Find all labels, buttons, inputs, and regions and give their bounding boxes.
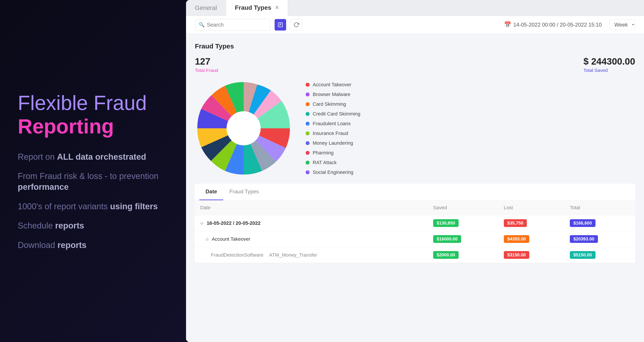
total-fraud-stat: 127 Total Fraud <box>195 56 218 73</box>
legend-label-6: Money Laundering <box>313 140 353 146</box>
row-saved-cell: $130,850 <box>428 215 498 231</box>
row-saved-badge: $130,850 <box>433 219 459 227</box>
legend-dot-9 <box>306 170 310 174</box>
date-range-text: 14-05-2022 00:00 / 20-05-2022 15:10 <box>513 22 602 28</box>
hero-bullets: Report on ALL data orchestrated From Fra… <box>18 152 168 251</box>
legend-dot-2 <box>306 102 310 106</box>
subrow-total-cell: $20393.00 <box>564 231 635 247</box>
legend-dot-5 <box>306 131 310 135</box>
bullet-2: From Fraud risk & loss - to prevention p… <box>18 171 168 193</box>
total-fraud-value: 127 <box>195 56 218 67</box>
row-date-value: 16-05-2022 / 20-05-2022 <box>206 220 260 226</box>
bullet-4: Schedule reports <box>18 220 168 231</box>
row-date-cell: ⊖ 16-05-2022 / 20-05-2022 <box>195 215 428 231</box>
bullet-5: Download reports <box>18 240 168 251</box>
legend-dot-3 <box>306 112 310 116</box>
right-panel: General Fraud Types ✕ 🔍 📅 <box>186 0 644 342</box>
hero-title-bold: Reporting <box>18 115 114 138</box>
legend-label-1: Browser Malware <box>313 92 350 97</box>
item-col2: ATM_Money_Transfer <box>269 252 317 258</box>
item-lost-cell: $3150.00 <box>498 247 565 263</box>
legend-dot-7 <box>306 151 310 155</box>
svg-point-4 <box>226 111 261 145</box>
subrow-total-badge: $20393.00 <box>570 235 598 243</box>
tab-close-icon[interactable]: ✕ <box>275 5 279 11</box>
row-lost-cell: $35,750 <box>498 215 565 231</box>
data-table: Date Saved Lost Total ⊖ 16-05-2022 / 20-… <box>195 200 635 263</box>
total-fraud-label: Total Fraud <box>195 68 218 73</box>
item-lost-badge: $3150.00 <box>504 251 529 259</box>
subrow-label-cell: ⊖ Account Takeover <box>195 231 428 247</box>
legend-label-0: Account Takeover <box>313 82 351 88</box>
table-section: Date Fraud Types Date Saved Lost Total <box>195 184 635 263</box>
stats-row: 127 Total Fraud $ 244300.00 Total Saved <box>195 56 635 73</box>
row-total-badge: $166,600 <box>570 219 595 227</box>
table-row: FraudDetectionSoftware ATM_Money_Transfe… <box>195 247 635 263</box>
legend-label-3: Credit Card Skimming <box>313 111 360 117</box>
table-row: ⊖ 16-05-2022 / 20-05-2022 $130,850 $35,7… <box>195 215 635 231</box>
total-saved-label: Total Saved <box>583 68 635 73</box>
subrow-label: Account Takeover <box>212 236 250 242</box>
report-button[interactable] <box>274 19 286 30</box>
legend-item-3: Credit Card Skimming <box>306 111 635 117</box>
legend-dot-6 <box>306 141 310 145</box>
subrow-saved-badge: $16000.00 <box>433 235 461 243</box>
total-saved-stat: $ 244300.00 Total Saved <box>583 56 635 73</box>
pie-svg <box>195 80 292 177</box>
table-header-row: Date Saved Lost Total <box>195 200 635 215</box>
item-total-cell: $5150.00 <box>564 247 635 263</box>
main-content: Fraud Types 127 Total Fraud $ 244300.00 … <box>186 34 644 342</box>
search-icon: 🔍 <box>199 22 205 28</box>
total-saved-value: $ 244300.00 <box>583 56 635 67</box>
report-icon <box>278 22 283 28</box>
legend-item-1: Browser Malware <box>306 92 635 97</box>
tab-general-label: General <box>195 4 217 11</box>
tab-fraud-types[interactable]: Fraud Types ✕ <box>226 0 288 16</box>
col-saved: Saved <box>428 200 498 215</box>
legend-label-7: Pharming <box>313 150 334 156</box>
legend-label-4: Fraudulent Loans <box>313 121 350 127</box>
legend-label-8: RAT Attack <box>313 160 336 165</box>
tab-fraud-types-label: Fraud Types <box>235 4 271 11</box>
subrow-expand-icon[interactable]: ⊖ <box>206 237 209 242</box>
legend-item-8: RAT Attack <box>306 160 635 165</box>
col-total: Total <box>564 200 635 215</box>
search-wrap: 🔍 <box>195 19 270 30</box>
table-row: ⊖ Account Takeover $16000.00 $4393.00 $2… <box>195 231 635 247</box>
table-tab-fraud-types[interactable]: Fraud Types <box>223 184 265 200</box>
legend-label-5: Insurance Fraud <box>313 130 348 136</box>
col-date: Date <box>195 200 428 215</box>
table-tab-date[interactable]: Date <box>199 184 223 200</box>
row-lost-badge: $35,750 <box>504 219 527 227</box>
week-select[interactable]: Week <box>610 19 635 30</box>
legend-dot-1 <box>306 92 310 96</box>
left-panel: Flexible Fraud Reporting Report on ALL d… <box>0 0 186 342</box>
tabs-bar: General Fraud Types ✕ <box>186 0 644 16</box>
item-saved-badge: $2000.00 <box>433 251 459 259</box>
legend-item-9: Social Engineering <box>306 169 635 175</box>
refresh-button[interactable] <box>290 19 302 30</box>
legend-dot-4 <box>306 122 310 126</box>
tab-general[interactable]: General <box>186 0 226 16</box>
calendar-icon: 📅 <box>504 21 511 28</box>
item-saved-cell: $2000.00 <box>428 247 498 263</box>
legend-item-4: Fraudulent Loans <box>306 121 635 127</box>
item-total-badge: $5150.00 <box>570 251 595 259</box>
hero-title: Flexible Fraud Reporting <box>18 91 168 138</box>
bullet-3: 1000's of report variants using filters <box>18 201 168 212</box>
subrow-saved-cell: $16000.00 <box>428 231 498 247</box>
subrow-lost-cell: $4393.00 <box>498 231 565 247</box>
toolbar: 🔍 📅 14-05-2022 00:00 / 20-05-2022 15:10 … <box>186 16 644 34</box>
chart-area: Account Takeover Browser Malware Card Sk… <box>195 80 635 177</box>
legend-item-7: Pharming <box>306 150 635 156</box>
row-expand-icon[interactable]: ⊖ <box>200 221 204 226</box>
legend-item-2: Card Skimming <box>306 101 635 107</box>
search-input[interactable] <box>207 22 266 28</box>
date-range: 📅 14-05-2022 00:00 / 20-05-2022 15:10 <box>504 21 602 28</box>
section-title: Fraud Types <box>195 42 635 50</box>
bullet-1: Report on ALL data orchestrated <box>18 152 168 162</box>
legend-item-6: Money Laundering <box>306 140 635 146</box>
legend-label-2: Card Skimming <box>313 101 346 107</box>
legend-dot-0 <box>306 83 310 87</box>
legend-item-0: Account Takeover <box>306 82 635 88</box>
